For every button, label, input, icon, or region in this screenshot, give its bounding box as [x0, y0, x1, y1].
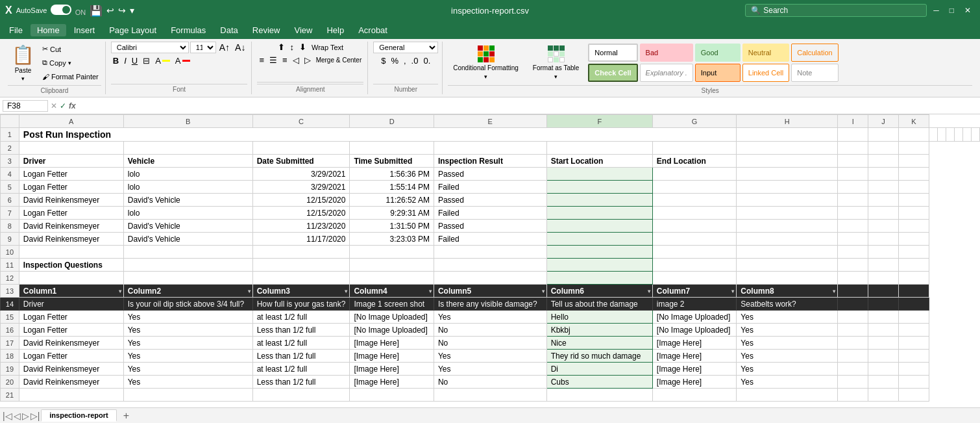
- cell-J14[interactable]: [868, 298, 899, 311]
- col-header-f[interactable]: F: [546, 115, 652, 128]
- cell-K6[interactable]: [899, 194, 929, 207]
- cell-F14[interactable]: Tell us about the damage: [546, 298, 652, 311]
- cell-I15[interactable]: [838, 311, 868, 324]
- cell-G20[interactable]: [Image Here]: [652, 376, 737, 389]
- cell-K11[interactable]: [899, 259, 929, 272]
- cell-I12[interactable]: [838, 272, 868, 285]
- cell-A20[interactable]: David Reinkensmeyer: [19, 376, 123, 389]
- cell-K2[interactable]: [899, 142, 929, 155]
- cell-G13[interactable]: Column7▾: [652, 285, 737, 298]
- cell-C3[interactable]: Date Submitted: [252, 155, 350, 168]
- cell-A18[interactable]: Logan Fetter: [19, 350, 123, 363]
- cell-E14[interactable]: Is there any visible damage?: [434, 298, 546, 311]
- cell-H10[interactable]: [737, 246, 838, 259]
- cell-D21[interactable]: [350, 389, 434, 402]
- cell-reference-box[interactable]: [3, 100, 48, 112]
- cell-D2[interactable]: [350, 142, 434, 155]
- cell-H17[interactable]: Yes: [737, 337, 838, 350]
- cell-A13[interactable]: Column1▾: [19, 285, 123, 298]
- cell-D8[interactable]: 1:31:50 PM: [350, 220, 434, 233]
- cell-A5[interactable]: Logan Fetter: [19, 181, 123, 194]
- row-number-6[interactable]: 6: [1, 194, 19, 207]
- cell-J19[interactable]: [868, 363, 899, 376]
- row-number-14[interactable]: 14: [1, 298, 19, 311]
- menu-item-page-layout[interactable]: Page Layout: [103, 24, 163, 36]
- fill-color-button[interactable]: A: [153, 55, 172, 66]
- cell-H2[interactable]: [737, 142, 838, 155]
- cell-K1[interactable]: [972, 128, 980, 142]
- cell-A11[interactable]: Inspection Questions: [19, 259, 123, 272]
- cell-F4[interactable]: [546, 168, 652, 181]
- cell-G6[interactable]: [652, 194, 737, 207]
- cell-I4[interactable]: [838, 168, 868, 181]
- cell-D14[interactable]: Image 1 screen shot: [350, 298, 434, 311]
- cell-E21[interactable]: [434, 389, 546, 402]
- cell-B5[interactable]: lolo: [123, 181, 252, 194]
- cell-I18[interactable]: [838, 350, 868, 363]
- cell-I20[interactable]: [838, 376, 868, 389]
- menu-item-file[interactable]: File: [3, 24, 29, 36]
- cell-F15[interactable]: Hello: [546, 311, 652, 324]
- cell-J12[interactable]: [868, 272, 899, 285]
- cell-H5[interactable]: [737, 181, 838, 194]
- row-number-3[interactable]: 3: [1, 155, 19, 168]
- col-header-a[interactable]: A: [19, 115, 123, 128]
- font-color-button[interactable]: A: [173, 55, 192, 66]
- comma-icon[interactable]: ,: [402, 55, 408, 66]
- col-header-k[interactable]: K: [899, 115, 929, 128]
- cell-I8[interactable]: [838, 220, 868, 233]
- cell-J17[interactable]: [868, 337, 899, 350]
- col-header-h[interactable]: H: [737, 115, 838, 128]
- cell-J2[interactable]: [868, 142, 899, 155]
- sheet-nav[interactable]: |◁ ◁ ▷ ▷|: [3, 411, 40, 421]
- cell-K14[interactable]: [899, 298, 929, 311]
- sheet-nav-last[interactable]: ▷|: [31, 411, 40, 421]
- row-number-15[interactable]: 15: [1, 311, 19, 324]
- more-icon[interactable]: ▾: [130, 5, 134, 16]
- format-table-dropdown[interactable]: ▾: [554, 73, 557, 80]
- cell-B8[interactable]: David's Vehicle: [123, 220, 252, 233]
- cell-K8[interactable]: [899, 220, 929, 233]
- cell-K7[interactable]: [899, 207, 929, 220]
- cell-G21[interactable]: [652, 389, 737, 402]
- cell-E10[interactable]: [434, 246, 546, 259]
- row-number-2[interactable]: 2: [1, 142, 19, 155]
- cell-G1[interactable]: [938, 128, 946, 142]
- check-cell-style-box[interactable]: Check Cell: [588, 64, 637, 82]
- cell-D4[interactable]: 1:56:36 PM: [350, 168, 434, 181]
- col-header-e[interactable]: E: [434, 115, 546, 128]
- cell-G4[interactable]: [652, 168, 737, 181]
- cell-A2[interactable]: [19, 142, 123, 155]
- cell-I16[interactable]: [838, 324, 868, 337]
- cell-I19[interactable]: [838, 363, 868, 376]
- col-header-d[interactable]: D: [350, 115, 434, 128]
- cell-B13[interactable]: Column2▾: [123, 285, 252, 298]
- cell-C17[interactable]: at least 1/2 full: [252, 337, 350, 350]
- cell-I3[interactable]: [838, 155, 868, 168]
- cell-B20[interactable]: Yes: [123, 376, 252, 389]
- cell-C16[interactable]: Less than 1/2 full: [252, 324, 350, 337]
- cell-G9[interactable]: [652, 233, 737, 246]
- cell-G5[interactable]: [652, 181, 737, 194]
- redo-icon[interactable]: ↪: [118, 5, 126, 16]
- cell-F11[interactable]: [546, 259, 652, 272]
- autosave-switch[interactable]: [51, 5, 71, 15]
- cell-F1[interactable]: [929, 128, 938, 142]
- cell-C21[interactable]: [252, 389, 350, 402]
- cell-E3[interactable]: Inspection Result: [434, 155, 546, 168]
- cell-C12[interactable]: [252, 272, 350, 285]
- cell-H6[interactable]: [737, 194, 838, 207]
- cell-J16[interactable]: [868, 324, 899, 337]
- cell-K9[interactable]: [899, 233, 929, 246]
- cell-G8[interactable]: [652, 220, 737, 233]
- neutral-style-box[interactable]: Neutral: [742, 44, 789, 62]
- row-number-10[interactable]: 10: [1, 246, 19, 259]
- row-number-16[interactable]: 16: [1, 324, 19, 337]
- cell-A21[interactable]: [19, 389, 123, 402]
- menu-item-data[interactable]: Data: [214, 24, 244, 36]
- cut-button[interactable]: ✂ Cut: [40, 43, 101, 56]
- sheet-nav-first[interactable]: |◁: [3, 411, 12, 421]
- row-number-12[interactable]: 12: [1, 272, 19, 285]
- cell-D6[interactable]: 11:26:52 AM: [350, 194, 434, 207]
- cell-I6[interactable]: [838, 194, 868, 207]
